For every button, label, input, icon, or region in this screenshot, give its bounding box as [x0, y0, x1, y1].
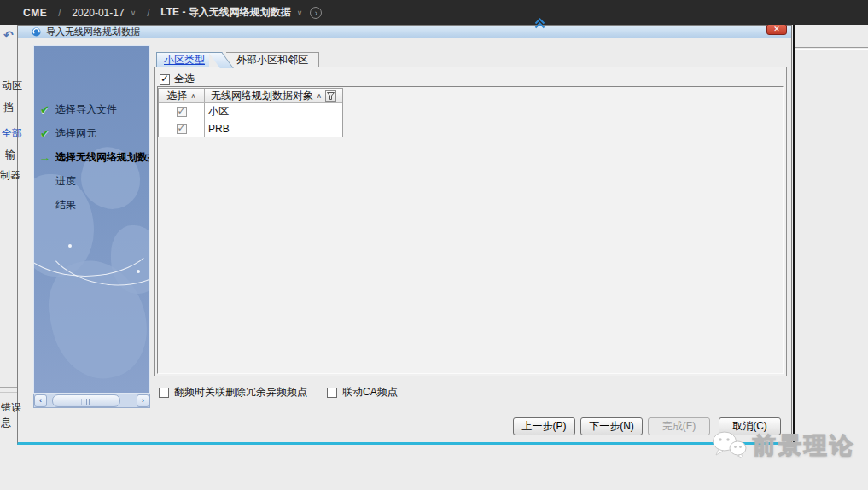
option-checkbox[interactable]	[159, 388, 169, 398]
step-check-icon: ✔	[38, 127, 52, 140]
bg-fragment: 息	[1, 416, 11, 430]
step-current-arrow-icon: →	[38, 150, 52, 164]
option-label: 联动CA频点	[342, 385, 398, 400]
sort-asc-icon: ∧	[317, 92, 322, 100]
previous-button[interactable]: 上一步(P)	[513, 417, 575, 435]
step-label: 结果	[55, 198, 76, 213]
wizard-step-result: 结果	[38, 198, 149, 212]
select-all-label: 全选	[174, 72, 195, 86]
sort-asc-icon: ∧	[191, 92, 196, 100]
option-link-ca-freq: 联动CA频点	[327, 385, 398, 400]
screen: ↶ 动区 挡 全部 输 制器 错误 息 导入无线网络规划数据 ✕	[0, 0, 868, 490]
wechat-icon	[711, 430, 747, 461]
row-select-cell	[159, 120, 205, 137]
breadcrumb-app[interactable]: CME	[23, 7, 47, 19]
panel-separator-highlight	[795, 49, 868, 50]
finish-button[interactable]: 完成(F)	[648, 417, 710, 435]
bg-fragment: 动区	[2, 79, 22, 93]
panel-divider	[793, 25, 795, 446]
bg-fragment: 输	[5, 148, 15, 162]
bg-divider	[0, 387, 17, 388]
row-select-cell	[159, 103, 205, 120]
scroll-right-button[interactable]: ›	[137, 394, 149, 407]
wizard-step-sidebar: ✔ 选择导入文件 ✔ 选择网元 → 选择无线网络规划数据 进度 结果	[33, 45, 150, 394]
table-container: 选择 ∧ 无线网络规划数据对象 ∧	[157, 86, 784, 374]
watermark: 前景理论	[711, 430, 855, 461]
dialog-title: 导入无线网络规划数据	[46, 26, 140, 38]
collapse-topbar-icon[interactable]	[533, 17, 546, 32]
bg-fragment: 错误	[1, 400, 21, 415]
breadcrumb-task[interactable]: LTE - 导入无线网络规划数据	[160, 5, 290, 20]
breadcrumb-separator: /	[147, 8, 149, 18]
row-checkbox[interactable]	[177, 107, 187, 117]
row-checkbox[interactable]	[177, 124, 187, 134]
scrollbar-track[interactable]	[47, 394, 137, 407]
column-header-object[interactable]: 无线网络规划数据对象 ∧	[205, 89, 342, 102]
close-button[interactable]: ✕	[766, 24, 787, 35]
option-checkbox[interactable]	[327, 388, 337, 398]
wizard-step-select-plan-data[interactable]: → 选择无线网络规划数据	[38, 150, 149, 164]
import-wizard-dialog: 导入无线网络规划数据 ✕ ✔ 选择导入文件 ✔ 选择网元 → 选择	[17, 25, 792, 445]
table-body: 小区 PRB	[159, 102, 342, 137]
column-header-select[interactable]: 选择 ∧	[159, 89, 205, 102]
scrollbar-grip	[82, 399, 91, 405]
undo-icon: ↶	[3, 28, 14, 42]
step-check-icon: ✔	[38, 103, 52, 116]
step-label: 进度	[55, 174, 76, 189]
step-label: 选择网元	[55, 126, 96, 141]
row-object-cell: 小区	[205, 103, 342, 120]
sidebar-scrollbar[interactable]: ‹ ›	[33, 394, 150, 408]
watermark-text: 前景理论	[753, 430, 855, 461]
next-button[interactable]: 下一步(N)	[580, 417, 643, 435]
select-all-row: 全选	[160, 72, 195, 86]
chevron-down-icon[interactable]: ∨	[131, 9, 137, 17]
step-label: 选择导入文件	[55, 102, 117, 117]
filter-icon[interactable]	[325, 90, 336, 102]
step-label: 选择无线网络规划数据	[55, 150, 150, 165]
wizard-step-select-ne[interactable]: ✔ 选择网元	[38, 126, 149, 140]
plan-data-table: 选择 ∧ 无线网络规划数据对象 ∧	[158, 88, 343, 137]
table-header-row: 选择 ∧ 无线网络规划数据对象 ∧	[159, 88, 342, 102]
map-dot	[137, 270, 140, 273]
breadcrumb-date[interactable]: 2020-01-17	[72, 7, 124, 19]
breadcrumb-bar: CME / 2020-01-17 ∨ / LTE - 导入无线网络规划数据 ∨ …	[0, 0, 868, 25]
map-dot	[68, 244, 72, 248]
dialog-icon	[32, 27, 41, 37]
scroll-left-button[interactable]: ‹	[34, 394, 47, 407]
cell-type-tab-panel: 全选 选择 ∧ 无线网络规划数据对象 ∧	[154, 67, 787, 376]
dialog-titlebar[interactable]: 导入无线网络规划数据	[18, 26, 791, 38]
panel-separator	[795, 47, 868, 48]
bg-fragment-link: 全部	[2, 126, 22, 141]
options-row: 翻频时关联删除冗余异频频点 联动CA频点	[159, 385, 398, 400]
table-row-cell[interactable]: 小区	[159, 102, 342, 120]
tab-external-cell-neighbor[interactable]: 外部小区和邻区	[226, 52, 319, 67]
tab-cell-type[interactable]: 小区类型	[156, 52, 209, 67]
breadcrumb-separator: /	[58, 8, 61, 18]
bg-fragment: 挡	[3, 101, 14, 115]
column-header-label: 无线网络规划数据对象	[211, 89, 313, 103]
bg-divider	[0, 392, 17, 393]
option-label: 翻频时关联删除冗余异频频点	[174, 385, 307, 400]
row-object-cell: PRB	[205, 120, 342, 137]
bg-fragment: 制器	[0, 168, 20, 183]
table-row-prb[interactable]: PRB	[159, 120, 342, 137]
wizard-step-select-file[interactable]: ✔ 选择导入文件	[38, 102, 149, 116]
forward-circle-icon[interactable]: ›	[310, 7, 322, 19]
select-all-checkbox[interactable]	[160, 74, 170, 85]
option-delete-redundant-freq: 翻频时关联删除冗余异频频点	[159, 385, 307, 400]
scrollbar-thumb[interactable]	[52, 394, 120, 407]
column-header-label: 选择	[167, 89, 188, 103]
chevron-down-icon[interactable]: ∨	[297, 9, 303, 17]
wizard-step-progress: 进度	[38, 174, 149, 188]
tab-bar: 小区类型 外部小区和邻区	[156, 52, 319, 67]
